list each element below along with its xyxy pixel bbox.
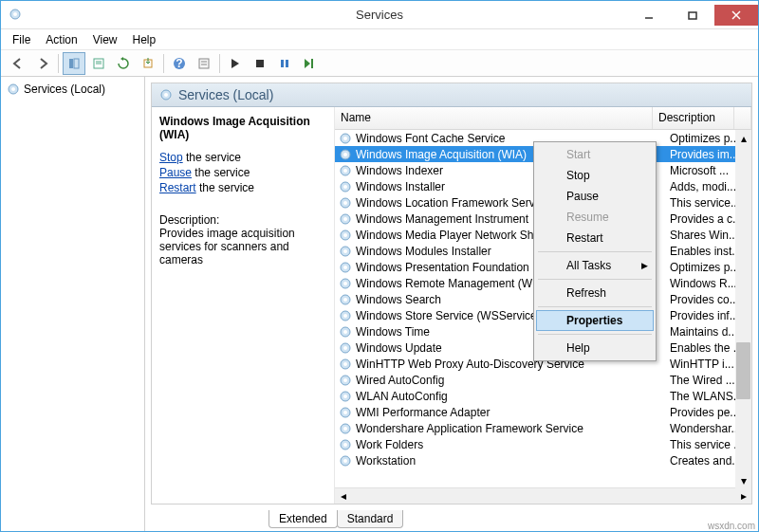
plain-text: the service xyxy=(183,151,241,164)
service-row[interactable]: Wired AutoConfigThe Wired ... xyxy=(335,372,751,388)
service-row[interactable]: WMI Performance AdapterProvides pe... xyxy=(335,404,751,420)
separator xyxy=(538,334,652,335)
tree-item-label: Services (Local) xyxy=(24,83,105,96)
service-icon xyxy=(339,196,352,210)
pane-header-title: Services (Local) xyxy=(178,87,273,102)
plain-text: the service xyxy=(192,166,250,179)
context-all-tasks-label: All Tasks xyxy=(566,259,611,272)
maximize-button[interactable] xyxy=(671,5,714,26)
service-icon xyxy=(339,245,352,258)
service-icon xyxy=(339,293,352,306)
pause-link[interactable]: Pause xyxy=(159,166,192,179)
detail-pane: Windows Image Acquisition (WIA) Stop the… xyxy=(152,107,334,504)
export-list-button[interactable] xyxy=(87,52,110,75)
column-header-scroll xyxy=(734,107,751,129)
menu-view[interactable]: View xyxy=(85,31,125,48)
context-menu: Start Stop Pause Resume Restart All Task… xyxy=(533,141,657,361)
service-icon xyxy=(339,148,352,161)
context-restart[interactable]: Restart xyxy=(536,228,654,248)
service-list: Name Description Windows Font Cache Serv… xyxy=(334,107,751,504)
minimize-button[interactable] xyxy=(627,5,671,26)
menu-help[interactable]: Help xyxy=(125,31,164,48)
context-stop[interactable]: Stop xyxy=(536,165,654,186)
service-icon xyxy=(339,422,352,435)
pause-service-button[interactable] xyxy=(273,52,296,75)
service-icon xyxy=(159,88,173,101)
help-button[interactable]: ? xyxy=(168,52,191,75)
scroll-up-button[interactable]: ▴ xyxy=(735,130,751,146)
column-header-description[interactable]: Description xyxy=(653,107,734,129)
service-name: Workstation xyxy=(356,454,670,468)
properties-button[interactable] xyxy=(193,52,215,75)
stop-link[interactable]: Stop xyxy=(159,151,183,164)
export-button[interactable] xyxy=(137,52,159,75)
service-icon xyxy=(339,390,352,403)
service-icon xyxy=(339,180,352,193)
service-icon xyxy=(339,132,352,145)
service-icon xyxy=(339,325,352,339)
submenu-arrow-icon: ▶ xyxy=(641,261,648,270)
menu-bar: File Action View Help xyxy=(1,29,758,50)
pane-header: Services (Local) xyxy=(152,83,751,107)
restart-service-button[interactable] xyxy=(298,52,321,75)
service-icon xyxy=(339,358,352,371)
context-all-tasks[interactable]: All Tasks▶ xyxy=(536,255,654,276)
service-icon xyxy=(339,164,352,177)
context-properties[interactable]: Properties xyxy=(536,310,654,331)
tab-standard[interactable]: Standard xyxy=(337,510,404,528)
horizontal-scrollbar[interactable]: ◂ ▸ xyxy=(335,487,751,504)
body: Services (Local) Services (Local) Window… xyxy=(1,77,758,531)
column-header-name[interactable]: Name xyxy=(335,107,653,129)
toolbar: ? xyxy=(1,50,758,77)
stop-service-button[interactable] xyxy=(249,52,271,75)
service-icon xyxy=(339,454,352,468)
service-row[interactable]: WLAN AutoConfigThe WLANS... xyxy=(335,388,751,404)
restart-link[interactable]: Restart xyxy=(159,181,196,194)
separator xyxy=(538,251,652,252)
service-name: Wondershare Application Framework Servic… xyxy=(356,422,670,435)
close-button[interactable] xyxy=(714,5,758,26)
service-icon xyxy=(339,261,352,274)
scroll-right-button[interactable]: ▸ xyxy=(735,488,751,504)
service-row[interactable]: Work FoldersThis service ... xyxy=(335,436,751,452)
service-icon xyxy=(339,406,352,419)
separator xyxy=(219,54,220,73)
context-refresh[interactable]: Refresh xyxy=(536,283,654,303)
context-properties-label: Properties xyxy=(566,314,622,327)
svg-rect-17 xyxy=(256,60,264,67)
service-name: Wired AutoConfig xyxy=(356,374,670,387)
vertical-scrollbar[interactable]: ▴ ▾ xyxy=(735,130,751,488)
menu-file[interactable]: File xyxy=(5,31,38,48)
show-hide-tree-button[interactable] xyxy=(63,52,85,75)
service-icon xyxy=(339,438,352,451)
service-icon xyxy=(339,229,352,242)
service-row[interactable]: WorkstationCreates and... xyxy=(335,452,751,468)
service-row[interactable]: Wondershare Application Framework Servic… xyxy=(335,420,751,436)
menu-action[interactable]: Action xyxy=(38,31,84,48)
svg-rect-20 xyxy=(311,59,313,68)
scroll-left-button[interactable]: ◂ xyxy=(335,488,351,504)
forward-button[interactable] xyxy=(31,52,54,75)
context-pause[interactable]: Pause xyxy=(536,186,654,207)
refresh-button[interactable] xyxy=(112,52,135,75)
svg-rect-19 xyxy=(286,60,288,67)
tab-extended[interactable]: Extended xyxy=(268,510,338,528)
scroll-thumb[interactable] xyxy=(736,342,750,399)
window-controls xyxy=(627,5,758,26)
context-help[interactable]: Help xyxy=(536,338,654,358)
tree-item-services-local[interactable]: Services (Local) xyxy=(5,81,140,98)
svg-text:?: ? xyxy=(176,57,182,70)
separator xyxy=(538,306,652,307)
service-icon xyxy=(339,277,352,290)
service-name: WLAN AutoConfig xyxy=(356,390,670,403)
start-service-button[interactable] xyxy=(224,52,247,75)
service-icon xyxy=(339,212,352,226)
hscroll-track[interactable] xyxy=(351,488,735,504)
watermark: wsxdn.com xyxy=(708,521,755,531)
window-title: Services xyxy=(356,8,403,22)
scroll-down-button[interactable]: ▾ xyxy=(735,472,751,488)
column-headers: Name Description xyxy=(335,107,751,130)
svg-rect-7 xyxy=(74,59,79,68)
title-bar: Services xyxy=(1,1,758,29)
back-button[interactable] xyxy=(7,52,29,75)
